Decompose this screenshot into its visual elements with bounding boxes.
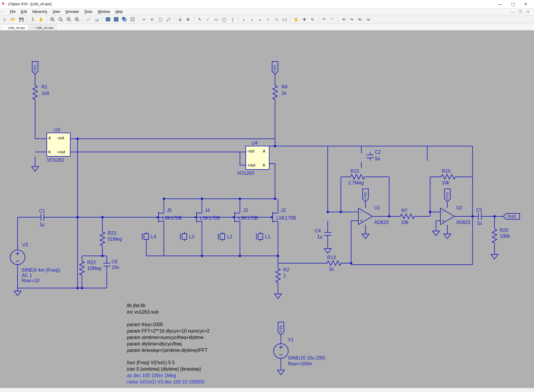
toolbar-tile-vert-button[interactable] — [112, 16, 120, 23]
component-R2[interactable]: R2 1 — [276, 266, 289, 284]
toolbar-undo-button[interactable]: ↶ — [320, 16, 328, 23]
mdi-system-icon[interactable]: ⎓ — [1, 9, 6, 14]
component-C2[interactable]: C2 5p — [367, 150, 381, 161]
toolbar-component-button[interactable]: ✋ — [292, 16, 300, 23]
toolbar-copy-button[interactable]: ⎘ — [148, 16, 156, 23]
toolbar-open-button[interactable]: 📂 — [9, 16, 17, 23]
toolbar-tile-horz-button[interactable] — [104, 16, 112, 23]
toolbar-mirror-button[interactable]: ⇋ — [348, 16, 356, 23]
toolbar-new-schematic-button[interactable]: ▷ — [1, 16, 9, 23]
ground-c4[interactable] — [324, 246, 331, 253]
component-U2[interactable]: U2 AD823 — [440, 205, 471, 225]
component-U1[interactable]: U1 AD823 — [358, 205, 389, 225]
netlabel-out1[interactable]: Out1 — [503, 213, 520, 219]
toolbar-drag-button[interactable]: ↻ — [309, 16, 316, 23]
component-C4[interactable]: C4 1µ — [315, 228, 331, 239]
spice-directives[interactable]: .lib jfet.lib .inc vo1263.sub .param fre… — [126, 303, 210, 384]
menu-help[interactable]: Help — [113, 9, 125, 14]
toolbar-draw-rect-button[interactable]: ▭ — [212, 16, 220, 23]
component-R7[interactable]: R7 10k — [398, 208, 415, 225]
ground-u3[interactable] — [32, 164, 39, 171]
component-C6[interactable]: C6 10n — [103, 259, 119, 270]
menu-tools[interactable]: Tools — [82, 9, 95, 14]
menu-hierarchy[interactable]: Hierarchy — [30, 9, 49, 14]
menu-simulate[interactable]: Simulate — [63, 9, 81, 14]
mdi-close-button[interactable]: ✕ — [525, 9, 531, 14]
menu-window[interactable]: Window — [95, 9, 113, 14]
component-R23[interactable]: R23 51Meg — [100, 230, 122, 247]
component-L2[interactable]: L2 — [218, 232, 232, 241]
tab-waveform[interactable]: 〰 LNA_v0.raw — [29, 24, 56, 30]
menu-view[interactable]: View — [50, 9, 62, 14]
toolbar-draw-line-button[interactable]: ／ — [204, 16, 212, 23]
component-R13[interactable]: R13 1k — [325, 255, 342, 272]
ground-u1vn[interactable] — [362, 231, 369, 239]
toolbar-halt-button[interactable]: ✋ — [37, 16, 45, 23]
toolbar-draw-wire-button[interactable]: ✎ — [196, 16, 203, 23]
toolbar-move-button[interactable]: ✥ — [301, 16, 308, 23]
ground-v1[interactable] — [277, 367, 284, 375]
component-V1[interactable]: V1 SINE(10 10u 200) Rser=100m — [274, 337, 325, 366]
component-U3[interactable]: U3 VO1263 A K -out +out — [35, 127, 70, 162]
toolbar-text-button[interactable]: Aa — [356, 16, 364, 23]
toolbar-zoom-in-button[interactable] — [49, 16, 56, 23]
component-U4[interactable]: U4 VO1263 A K -out +out — [237, 141, 269, 176]
toolbar-close-windows-button[interactable] — [129, 16, 136, 23]
component-J2[interactable]: J2 LSK170B — [267, 208, 296, 225]
component-R1[interactable]: R1 1k8 — [33, 83, 49, 101]
toolbar-cut-button[interactable]: ✂ — [140, 16, 148, 23]
mdi-restore-button[interactable]: ❐ — [517, 9, 523, 14]
window-maximize-button[interactable]: ▢ — [506, 0, 519, 8]
toolbar-pan-button[interactable] — [57, 16, 64, 23]
component-R10[interactable]: R10 10k — [439, 169, 456, 185]
component-J4[interactable]: J4 LSK170B — [191, 208, 220, 225]
window-close-button[interactable]: ✕ — [519, 0, 532, 8]
toolbar-draw-circle-button[interactable]: ◯ — [220, 16, 228, 23]
toolbar-spice-directive-button[interactable]: .op — [364, 16, 372, 23]
toolbar-inductor-button[interactable]: ∿ — [273, 16, 280, 23]
menu-edit[interactable]: Edit — [18, 9, 29, 14]
netlabel-vs-v1[interactable]: +Vs — [278, 322, 284, 335]
toolbar-ground-button[interactable]: ⏚ — [248, 16, 256, 23]
component-R22[interactable]: R22 10Meg — [80, 259, 102, 276]
ground-r20[interactable] — [491, 251, 498, 259]
component-L1[interactable]: L1 — [256, 232, 270, 241]
menu-file[interactable]: File — [8, 9, 18, 14]
schematic-canvas[interactable]: - + — [0, 30, 534, 388]
ground-r2[interactable] — [274, 291, 281, 299]
toolbar-pick-visible-button[interactable]: 📈 — [85, 16, 92, 23]
toolbar-zoom-fit-button[interactable] — [73, 16, 81, 23]
toolbar-print-setup-button[interactable]: ⚙ — [184, 16, 192, 23]
toolbar-print-button[interactable]: 🖨 — [176, 16, 184, 23]
toolbar-save-button[interactable]: 💾 — [18, 16, 25, 23]
toolbar-rotate-button[interactable]: ⟲ — [340, 16, 347, 23]
netlabel-vs-u1[interactable]: +Vs — [363, 189, 368, 202]
component-R4[interactable]: R4 1k — [273, 83, 288, 101]
ground-v3[interactable] — [14, 288, 21, 296]
component-R15[interactable]: R15 2.7Meg — [348, 169, 366, 185]
ground-u2plus[interactable] — [432, 228, 439, 236]
toolbar-diode-button[interactable]: ▷| — [281, 16, 289, 23]
toolbar-capacitor-button[interactable]: ⊦ — [265, 16, 272, 23]
component-L4[interactable]: L4 — [142, 232, 156, 241]
netlabel-vs-left[interactable]: +Vs — [32, 61, 38, 74]
component-J5[interactable]: J5 LSK170B — [153, 208, 182, 225]
toolbar-cascade-button[interactable] — [121, 16, 128, 23]
toolbar-run-button[interactable]: 🏃 — [29, 16, 37, 23]
window-minimize-button[interactable]: — — [494, 0, 506, 8]
toolbar-autorange-button[interactable]: 📊 — [93, 16, 100, 23]
toolbar-label-net-button[interactable]: ⏚ — [240, 16, 248, 23]
mdi-minimize-button[interactable]: — — [509, 9, 516, 14]
netlabel-vs-u2[interactable]: +Vs — [444, 189, 450, 202]
tab-schematic[interactable]: ⎓ LNA_v0.asc — [1, 24, 28, 30]
toolbar-zoom-out-button[interactable] — [65, 16, 73, 23]
toolbar-resistor-button[interactable]: ⏛ — [256, 16, 264, 23]
toolbar-find-button[interactable]: 🔎 — [165, 16, 172, 23]
component-R20[interactable]: R20 100k — [492, 227, 510, 244]
ground-u2vn[interactable] — [444, 231, 451, 239]
toolbar-redo-button[interactable]: ↷ — [328, 16, 336, 23]
component-C5[interactable]: C5 1µ — [475, 208, 484, 225]
component-J3[interactable]: J3 LSK170B — [229, 208, 258, 225]
toolbar-paste-button[interactable]: 📋 — [157, 16, 164, 23]
toolbar-draw-arc-button[interactable]: ⟆ — [229, 16, 236, 23]
